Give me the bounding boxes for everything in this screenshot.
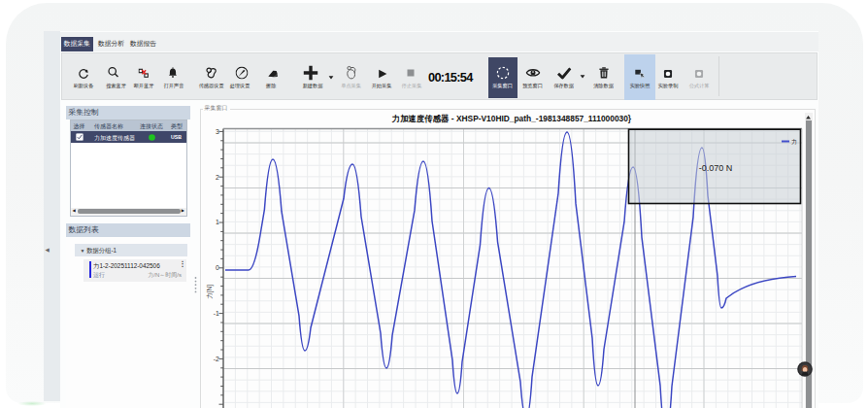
svg-text:1: 1 bbox=[216, 219, 219, 225]
svg-text:3: 3 bbox=[216, 128, 219, 135]
svg-text:0: 0 bbox=[216, 264, 219, 271]
svg-text:力: 力 bbox=[791, 138, 797, 145]
svg-text:-0.070 N: -0.070 N bbox=[699, 163, 733, 173]
svg-text:-1: -1 bbox=[214, 310, 219, 317]
svg-text:-2: -2 bbox=[214, 356, 219, 362]
svg-text:2: 2 bbox=[216, 174, 219, 181]
